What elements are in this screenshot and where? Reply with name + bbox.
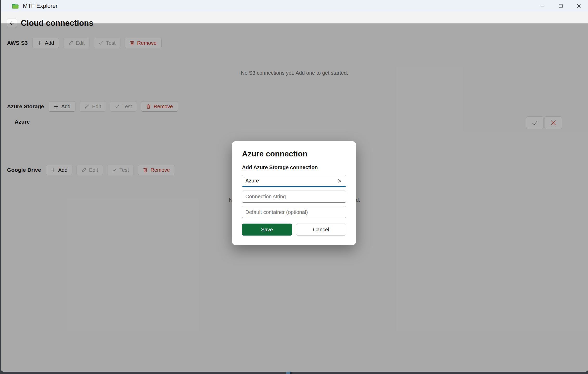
- app-window: MTF Explorer Cloud connections AWS S3: [1, 0, 588, 372]
- taskbar-peek: [286, 372, 290, 374]
- app-title: MTF Explorer: [23, 3, 57, 9]
- text-caret: [245, 178, 245, 184]
- connection-string-input[interactable]: [242, 191, 346, 203]
- titlebar: MTF Explorer: [1, 0, 588, 12]
- app-folder-icon: [12, 3, 19, 9]
- default-container-input[interactable]: [242, 206, 346, 218]
- save-button[interactable]: Save: [242, 224, 292, 236]
- connection-name-input[interactable]: [242, 175, 346, 187]
- clear-input-icon: [337, 178, 342, 183]
- window-controls: [533, 0, 588, 12]
- minimize-icon: [540, 3, 545, 9]
- close-button[interactable]: [570, 0, 588, 12]
- dialog-buttons: Save Cancel: [242, 224, 346, 236]
- dialog-subtitle: Add Azure Storage connection: [242, 164, 346, 170]
- close-icon: [576, 3, 581, 9]
- dialog-title: Azure connection: [242, 149, 346, 158]
- name-field-wrap: [242, 175, 346, 187]
- connection-string-field-wrap: [242, 191, 346, 203]
- clear-name-button[interactable]: [336, 177, 344, 185]
- default-container-field-wrap: [242, 206, 346, 218]
- minimize-button[interactable]: [533, 0, 552, 12]
- taskbar-peek-dark: [290, 372, 292, 374]
- cancel-button[interactable]: Cancel: [296, 224, 346, 236]
- maximize-button[interactable]: [552, 0, 570, 12]
- azure-connection-dialog: Azure connection Add Azure Storage conne…: [232, 141, 356, 245]
- maximize-icon: [558, 3, 563, 9]
